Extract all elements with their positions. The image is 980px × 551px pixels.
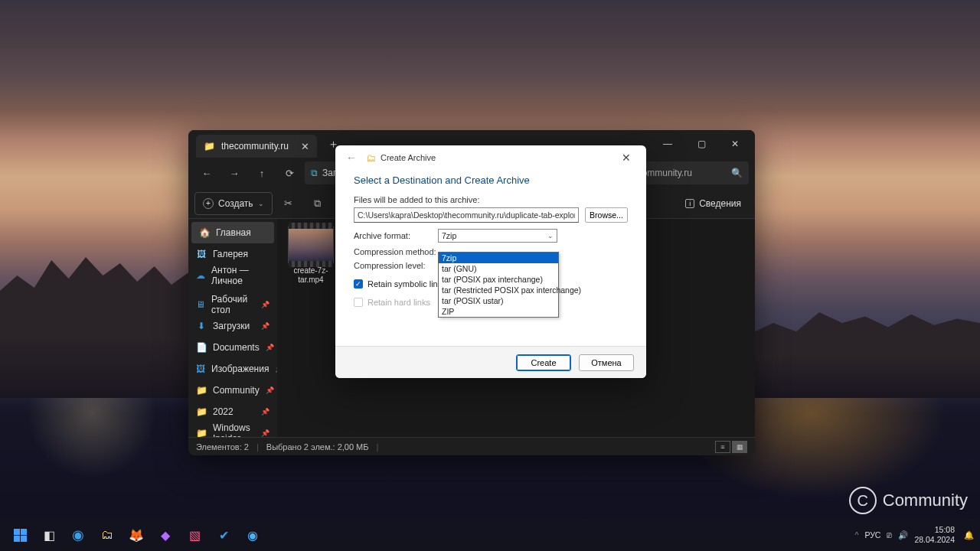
dropdown-option[interactable]: ZIP	[439, 306, 558, 317]
sidebar-item-label: 2022	[213, 406, 234, 417]
sidebar-item-community[interactable]: 📁Community📌	[188, 380, 277, 401]
minimize-button[interactable]: —	[651, 130, 684, 158]
cut-button[interactable]: ✂	[276, 192, 302, 215]
community-watermark: C Community	[849, 487, 968, 514]
taskbar-firefox-icon[interactable]: 🦊	[122, 521, 150, 549]
archive-format-label: Archive format:	[354, 231, 438, 240]
chevron-down-icon: ⌄	[547, 232, 554, 240]
sidebar-item-label: Изображения	[211, 364, 269, 374]
format-dropdown[interactable]: 7ziptar (GNU)tar (POSIX pax interchange)…	[438, 252, 559, 318]
taskbar-app-icon[interactable]: ◆	[152, 521, 179, 549]
notifications-icon[interactable]: 🔔	[964, 530, 974, 540]
run-icon: ⧉	[311, 168, 318, 178]
tab-close-button[interactable]: ✕	[301, 141, 309, 152]
image-icon: 🖼	[196, 364, 205, 374]
sidebar-item-windows-insider[interactable]: 📁Windows Insider📌	[188, 422, 277, 437]
plus-icon: +	[203, 198, 214, 209]
home-icon: 🏠	[199, 227, 210, 238]
pin-icon: 📌	[266, 344, 274, 351]
sidebar-item-label: Community	[213, 385, 260, 396]
chevron-down-icon: ⌄	[258, 200, 264, 207]
close-button[interactable]: ✕	[718, 130, 752, 158]
taskbar-explorer-icon[interactable]: 🗂	[93, 521, 121, 549]
sidebar-item-label: Главная	[216, 227, 251, 238]
new-label: Создать	[218, 198, 253, 209]
sidebar-item-изображения[interactable]: 🖼Изображения📌	[188, 358, 277, 380]
browse-button[interactable]: Browse...	[585, 207, 628, 223]
archive-icon: 🗂	[366, 152, 376, 164]
search-icon: 🔍	[731, 168, 743, 178]
sidebar-item-label: Рабочий стол	[211, 294, 255, 315]
archive-path-input[interactable]	[354, 207, 579, 223]
sidebar-item-home[interactable]: 🏠Главная	[191, 222, 274, 243]
view-details-button[interactable]: ≡	[715, 441, 730, 453]
tray-chevron-icon[interactable]: ^	[854, 530, 858, 540]
sidebar-item-label: Галерея	[213, 249, 248, 259]
retain-hardlinks-label: Retain hard links	[368, 298, 430, 307]
dropdown-option[interactable]: tar (Restricted POSIX pax interchange)	[439, 285, 558, 295]
maximize-button[interactable]: ▢	[684, 130, 718, 158]
retain-hardlinks-checkbox	[354, 298, 363, 307]
clock[interactable]: 15:08 28.04.2024	[914, 525, 958, 544]
taskbar-edge-icon[interactable]: ◉	[64, 521, 92, 549]
tab-active[interactable]: 📁 thecommunity.ru ✕	[196, 135, 317, 158]
create-button[interactable]: Create	[516, 354, 571, 371]
dropdown-option[interactable]: 7zip	[439, 253, 558, 263]
new-button[interactable]: + Создать ⌄	[194, 192, 273, 215]
taskbar-app-icon[interactable]: ◉	[239, 521, 266, 549]
dropdown-option[interactable]: tar (POSIX pax interchange)	[439, 274, 558, 285]
retain-symlinks-checkbox[interactable]: ✓	[354, 279, 363, 289]
community-text: Community	[883, 491, 968, 510]
dropdown-option[interactable]: tar (POSIX ustar)	[439, 295, 558, 306]
taskbar-app-icon[interactable]: ▧	[181, 521, 208, 549]
sidebar-item-рабочий-стол[interactable]: 🖥Рабочий стол📌	[188, 294, 277, 315]
copy-button[interactable]: ⧉	[305, 192, 331, 215]
windows-logo-icon	[14, 529, 27, 542]
archive-format-select[interactable]: 7zip ⌄	[438, 229, 557, 243]
sidebar-item-cloud[interactable]: ☁Антон — Личное	[188, 265, 277, 286]
status-bar: Элементов: 2 | Выбрано 2 элем.: 2,00 МБ …	[188, 437, 755, 455]
details-label: Сведения	[699, 198, 741, 209]
up-button[interactable]: ↑	[250, 161, 274, 185]
sidebar-item-label: Documents	[213, 342, 260, 353]
community-logo-icon: C	[849, 487, 877, 514]
forward-button[interactable]: →	[222, 161, 247, 185]
task-view-button[interactable]: ◧	[35, 521, 63, 549]
start-button[interactable]	[6, 521, 34, 549]
view-thumbnails-button[interactable]: ▦	[732, 441, 747, 453]
network-icon[interactable]: ⎚	[887, 530, 892, 540]
taskbar-app-icon[interactable]: ✔	[210, 521, 237, 549]
file-name: create-7z-tar.mp4	[285, 266, 337, 285]
sidebar-item-documents[interactable]: 📄Documents📌	[188, 337, 277, 358]
dialog-back-button[interactable]: ←	[341, 152, 361, 164]
sidebar-item-загрузки[interactable]: ⬇Загрузки📌	[188, 315, 277, 337]
compression-method-label: Compression method:	[354, 247, 438, 256]
dropdown-option[interactable]: tar (GNU)	[439, 263, 558, 274]
clock-date: 28.04.2024	[914, 535, 955, 545]
sidebar-item-label: Антон — Личное	[211, 265, 270, 286]
gallery-icon: 🖼	[196, 249, 207, 259]
back-button[interactable]: ←	[194, 161, 219, 185]
nav-pane: 🏠Главная🖼Галерея☁Антон — Личное🖥Рабочий …	[188, 219, 277, 437]
details-button[interactable]: i Сведения	[678, 198, 749, 209]
cancel-button[interactable]: Отмена	[579, 354, 634, 371]
desktop-icon: 🖥	[196, 299, 205, 310]
refresh-button[interactable]: ⟳	[277, 161, 302, 185]
language-indicator[interactable]: РУС	[864, 530, 880, 540]
dialog-close-button[interactable]: ✕	[612, 147, 640, 168]
sidebar-item-2022[interactable]: 📁2022📌	[188, 401, 277, 422]
compression-level-label: Compression level:	[354, 261, 438, 270]
sidebar-item-gallery[interactable]: 🖼Галерея	[188, 243, 277, 265]
video-thumbnail-icon	[288, 227, 334, 263]
volume-icon[interactable]: 🔊	[898, 530, 908, 540]
pin-icon: 📌	[275, 365, 277, 373]
info-icon: i	[685, 199, 694, 208]
folder-icon: 📁	[196, 385, 207, 396]
file-item[interactable]: create-7z-tar.mp4	[285, 227, 337, 285]
folder-icon: 📁	[196, 428, 207, 437]
wallpaper-buildings	[750, 291, 980, 398]
item-count: Элементов: 2	[196, 442, 249, 452]
pin-icon: 📌	[261, 322, 270, 330]
taskbar[interactable]: ◧ ◉ 🗂 🦊 ◆ ▧ ✔ ◉ ^ РУС ⎚ 🔊 15:08 28.04.20…	[0, 519, 980, 551]
create-archive-dialog: ← 🗂 Create Archive ✕ Select a Destinatio…	[335, 145, 646, 378]
